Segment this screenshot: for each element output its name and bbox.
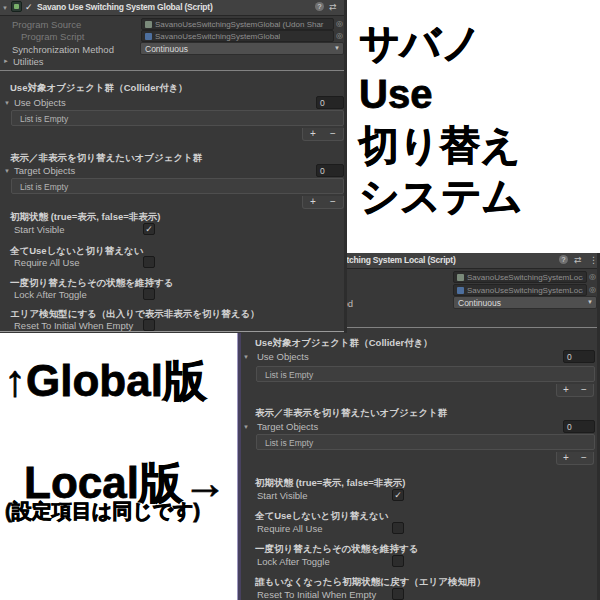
overlay-title-line2: Use: [359, 71, 432, 117]
reset-to-initial-label: Reset To Initial When Empty: [14, 320, 133, 331]
foldout-icon[interactable]: ▼: [243, 424, 249, 431]
same-settings-note: (設定項目は同じです): [5, 498, 200, 525]
udon-script-icon: [11, 1, 22, 12]
utilities-foldout-label[interactable]: Utilities: [13, 56, 44, 67]
global-component-header[interactable]: ▼ ✓ Savano Use Switching System Global (…: [0, 0, 347, 16]
section-header-jp: 初期状態 (true=表示, false=非表示): [255, 477, 405, 490]
overlay-title-line3: 切り替え: [359, 122, 521, 168]
sync-method-dropdown[interactable]: Continuous ▼: [453, 296, 597, 309]
window-right-edge: [344, 0, 347, 333]
udon-program-asset-icon: [145, 21, 152, 28]
overlay-title-line1: サバノ: [359, 20, 482, 66]
reset-to-initial-checkbox[interactable]: [143, 319, 155, 331]
list-footer: + −: [556, 384, 594, 397]
object-picker-icon[interactable]: ◎: [589, 284, 596, 296]
require-all-use-checkbox[interactable]: [143, 256, 155, 268]
program-source-field[interactable]: SavanoUseSwitchingSystemLocal (Udon Shar…: [453, 271, 587, 283]
sync-method-value: Continuous: [145, 44, 188, 54]
section-header-jp: 表示／非表示を切り替えたいオブジェクト群: [10, 152, 202, 165]
list-footer: + −: [302, 196, 344, 209]
start-visible-label: Start Visible: [257, 490, 308, 501]
list-empty-text: List is Empty: [265, 370, 313, 380]
section-header-jp: 表示／非表示を切り替えたいオブジェクト群: [255, 407, 447, 420]
add-button[interactable]: +: [310, 197, 316, 207]
help-icon[interactable]: ?: [559, 255, 568, 264]
list-empty-text: List is Empty: [20, 114, 68, 124]
screenshot-canvas: Savano Use Switching System Local (Scrip…: [0, 0, 600, 600]
start-visible-checkbox[interactable]: ✓: [392, 489, 404, 501]
lock-after-toggle-label: Lock After Toggle: [14, 289, 87, 300]
foldout-icon[interactable]: ▼: [4, 100, 10, 107]
window-left-edge: [237, 333, 241, 600]
checkmark-icon: ✓: [393, 490, 403, 500]
remove-button[interactable]: −: [581, 385, 587, 395]
object-picker-icon[interactable]: ◎: [336, 18, 343, 30]
array-size-field[interactable]: 0: [316, 164, 344, 177]
remove-button[interactable]: −: [330, 129, 336, 139]
object-picker-icon[interactable]: ◎: [589, 271, 596, 283]
global-inspector-panel: ▼ ✓ Savano Use Switching System Global (…: [0, 0, 347, 333]
empty-list-box: List is Empty: [256, 366, 595, 382]
start-visible-label: Start Visible: [14, 224, 65, 235]
udon-program-asset-icon: [457, 274, 464, 281]
sync-method-dropdown[interactable]: Continuous ▼: [140, 42, 344, 55]
array-size-field[interactable]: 0: [563, 420, 595, 433]
program-script-label: Program Script: [21, 31, 84, 42]
add-button[interactable]: +: [563, 385, 569, 395]
lock-after-toggle-label: Lock After Toggle: [257, 556, 330, 567]
add-button[interactable]: +: [563, 453, 569, 463]
require-all-use-checkbox[interactable]: [392, 522, 404, 534]
program-script-field[interactable]: SavanoUseSwitchingSystemLocal: [453, 284, 587, 296]
target-objects-label: Target Objects: [14, 165, 75, 176]
foldout-icon[interactable]: ►: [3, 58, 9, 65]
section-header-jp: Use対象オブジェクト群（Collider付き）: [255, 337, 433, 350]
list-footer: + −: [302, 128, 344, 141]
help-icon[interactable]: ?: [315, 2, 324, 11]
empty-list-box: List is Empty: [256, 434, 595, 450]
sync-method-value: Continuous: [458, 298, 501, 308]
enable-toggle[interactable]: ✓: [25, 2, 33, 12]
presets-icon[interactable]: ⇄: [574, 255, 582, 265]
section-header-jp: 初期状態 (true=表示, false=非表示): [10, 211, 160, 224]
use-objects-label: Use Objects: [14, 97, 66, 108]
empty-list-box: List is Empty: [11, 110, 344, 126]
object-picker-icon[interactable]: ◎: [336, 30, 343, 42]
foldout-icon[interactable]: ▼: [4, 168, 10, 175]
separator-line: [0, 70, 347, 71]
presets-icon[interactable]: ⇄: [329, 2, 337, 12]
program-source-label: Program Source: [12, 19, 81, 30]
foldout-icon[interactable]: ▼: [2, 5, 8, 12]
program-source-value: SavanoUseSwitchingSystemGlobal (Udon Sha…: [155, 20, 324, 29]
require-all-use-label: Require All Use: [257, 523, 322, 534]
section-header-jp: 全てUseしないと切り替えない: [255, 510, 388, 523]
checkmark-icon: ✓: [144, 224, 154, 234]
use-objects-label: Use Objects: [257, 351, 309, 362]
program-script-value: SavanoUseSwitchingSystemGlobal: [155, 32, 280, 41]
sync-method-label: Synchronization Method: [12, 44, 114, 55]
program-script-value: SavanoUseSwitchingSystemLocal: [467, 286, 583, 295]
array-size-field[interactable]: 0: [316, 96, 344, 109]
start-visible-checkbox[interactable]: ✓: [143, 223, 155, 235]
global-version-caption: ↑Global版: [4, 352, 207, 411]
empty-list-box: List is Empty: [11, 178, 344, 194]
chevron-down-icon: ▼: [587, 299, 593, 305]
program-source-value: SavanoUseSwitchingSystemLocal (Udon Shar…: [467, 273, 583, 282]
add-button[interactable]: +: [310, 129, 316, 139]
title-overlay-box: サバノ Use 切り替え システム: [347, 0, 600, 253]
remove-button[interactable]: −: [581, 453, 587, 463]
program-script-field[interactable]: SavanoUseSwitchingSystemGlobal: [141, 30, 334, 42]
array-size-field[interactable]: 0: [563, 350, 595, 363]
chevron-down-icon: ▼: [334, 45, 340, 51]
lock-after-toggle-checkbox[interactable]: [392, 555, 404, 567]
foldout-icon[interactable]: ▼: [243, 354, 249, 361]
section-header-jp: 誰もいなくなったら初期状態に戻す（エリア検知用）: [255, 576, 486, 589]
remove-button[interactable]: −: [330, 197, 336, 207]
reset-to-initial-label: Reset To Initial When Empty: [257, 589, 376, 600]
global-component-title: Savano Use Switching System Global (Scri…: [37, 2, 213, 12]
target-objects-label: Target Objects: [257, 421, 318, 432]
separator-line: [0, 331, 347, 332]
program-source-field[interactable]: SavanoUseSwitchingSystemGlobal (Udon Sha…: [141, 18, 334, 30]
lock-after-toggle-checkbox[interactable]: [143, 288, 155, 300]
overlay-title-line4: システム: [359, 173, 523, 219]
reset-to-initial-checkbox[interactable]: [392, 588, 404, 600]
